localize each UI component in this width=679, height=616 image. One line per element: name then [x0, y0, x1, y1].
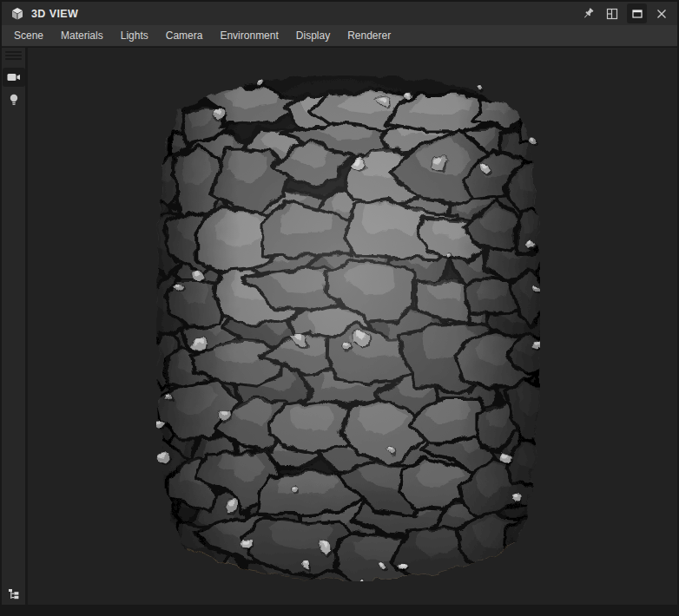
- camera-tool-button[interactable]: [3, 68, 25, 87]
- menu-item-camera[interactable]: Camera: [157, 25, 212, 46]
- rock-cylinder-render: [156, 75, 540, 581]
- menu-item-renderer[interactable]: Renderer: [339, 25, 399, 46]
- menu-item-environment[interactable]: Environment: [211, 25, 287, 46]
- scene-tree-icon[interactable]: [8, 587, 22, 601]
- cube-3d-icon: [10, 7, 24, 21]
- menu-item-lights[interactable]: Lights: [112, 25, 157, 46]
- menu-item-scene[interactable]: Scene: [5, 25, 52, 46]
- menubar: Scene Materials Lights Camera Environmen…: [2, 25, 677, 47]
- maximize-button[interactable]: [627, 3, 647, 23]
- split-view-icon[interactable]: [603, 5, 621, 23]
- light-tool-button[interactable]: [3, 90, 25, 109]
- menu-item-materials[interactable]: Materials: [52, 25, 112, 46]
- panel-content: [2, 48, 677, 605]
- menu-item-display[interactable]: Display: [287, 25, 339, 46]
- panel-title: 3D VIEW: [31, 8, 78, 20]
- toolbar-grip-handle[interactable]: [2, 48, 25, 64]
- viewport-3d[interactable]: [28, 48, 677, 605]
- viewport-toolbar: [2, 48, 28, 605]
- 3d-view-panel: 3D VIEW: [0, 0, 679, 616]
- titlebar-actions: [580, 3, 670, 23]
- titlebar[interactable]: 3D VIEW: [2, 2, 677, 25]
- close-icon[interactable]: [653, 5, 670, 23]
- video-camera-icon: [6, 71, 22, 83]
- light-bulb-icon: [8, 93, 20, 107]
- pin-icon[interactable]: [580, 5, 597, 23]
